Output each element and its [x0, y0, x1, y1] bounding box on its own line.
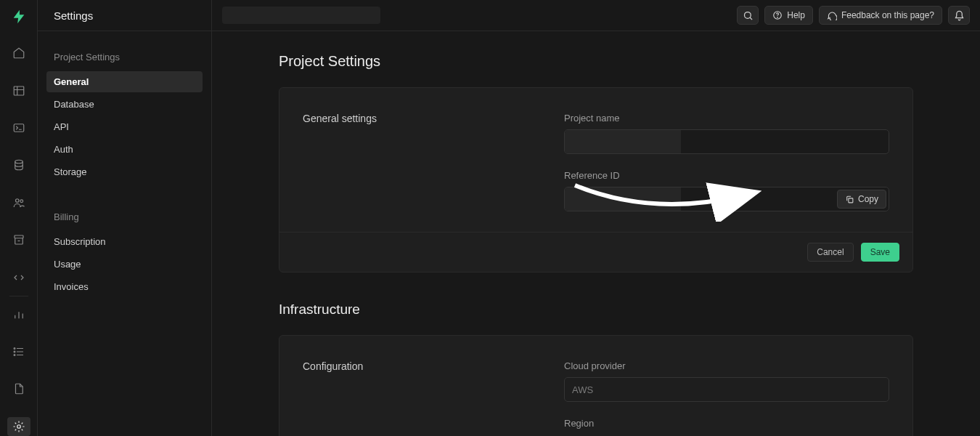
copy-label: Copy [858, 194, 878, 204]
svg-point-12 [777, 17, 778, 18]
sidebar-item-database[interactable]: Database [46, 94, 203, 115]
nav-archive-icon[interactable] [7, 230, 30, 249]
svg-rect-13 [849, 198, 853, 202]
svg-point-2 [15, 161, 23, 164]
reference-id-label: Reference ID [564, 170, 889, 181]
nav-doc-icon[interactable] [7, 379, 30, 398]
svg-point-9 [17, 425, 20, 429]
cancel-button[interactable]: Cancel [807, 243, 853, 262]
sidebar-title: Settings [38, 0, 211, 31]
nav-reports-icon[interactable] [7, 305, 30, 324]
page-title: Project Settings [279, 53, 913, 70]
app-logo[interactable] [9, 9, 28, 25]
sidebar-item-invoices[interactable]: Invoices [46, 276, 203, 297]
svg-point-3 [15, 199, 19, 203]
save-button[interactable]: Save [861, 243, 899, 262]
sidebar-item-auth[interactable]: Auth [46, 139, 203, 160]
nav-terminal-icon[interactable] [7, 118, 30, 137]
sidebar-section-project: Project Settings [46, 46, 203, 70]
svg-point-7 [14, 351, 15, 352]
svg-rect-1 [14, 124, 24, 132]
breadcrumb-skeleton [222, 7, 380, 24]
svg-point-4 [20, 200, 23, 203]
content-area: Project Settings General settings Projec… [212, 31, 980, 436]
cloud-provider-input [564, 377, 889, 402]
topbar: Help Feedback on this page? [212, 0, 980, 31]
cloud-provider-field: Cloud provider [564, 360, 889, 402]
reference-id-field: Reference ID Copy [564, 170, 889, 211]
nav-database-icon[interactable] [7, 156, 30, 174]
svg-point-6 [14, 348, 15, 350]
sidebar-item-usage[interactable]: Usage [46, 254, 203, 275]
sidebar-item-general[interactable]: General [46, 71, 203, 92]
region-field: Region [564, 418, 889, 429]
help-button[interactable]: Help [764, 6, 813, 25]
settings-sidebar: Settings Project Settings General Databa… [38, 0, 212, 436]
nav-list-icon[interactable] [7, 342, 30, 361]
nav-users-icon[interactable] [7, 193, 30, 212]
icon-rail [0, 0, 38, 436]
feedback-label: Feedback on this page? [841, 10, 934, 20]
nav-table-icon[interactable] [7, 81, 30, 100]
infrastructure-title: Infrastructure [279, 302, 913, 318]
svg-rect-0 [14, 86, 24, 95]
cloud-provider-label: Cloud provider [564, 360, 889, 371]
feedback-button[interactable]: Feedback on this page? [819, 6, 942, 25]
project-name-field: Project name [564, 113, 889, 154]
general-settings-card: General settings Project name Reference … [279, 87, 913, 272]
svg-point-8 [14, 355, 15, 356]
nav-home-icon[interactable] [7, 44, 30, 62]
copy-reference-id-button[interactable]: Copy [837, 190, 886, 209]
sidebar-item-storage[interactable]: Storage [46, 161, 203, 182]
main-area: Help Feedback on this page? Project Sett… [212, 0, 980, 436]
configuration-heading: Configuration [303, 360, 535, 429]
notifications-button[interactable] [948, 6, 970, 25]
sidebar-section-billing: Billing [46, 206, 203, 230]
sidebar-item-subscription[interactable]: Subscription [46, 231, 203, 252]
nav-settings-icon[interactable] [7, 417, 30, 436]
project-name-label: Project name [564, 113, 889, 124]
region-label: Region [564, 418, 889, 429]
project-name-input[interactable] [564, 129, 889, 154]
svg-rect-5 [15, 235, 23, 238]
help-label: Help [787, 10, 805, 20]
sidebar-item-api[interactable]: API [46, 116, 203, 137]
search-button[interactable] [737, 6, 759, 25]
infrastructure-card: Configuration Cloud provider Region [279, 335, 913, 436]
svg-point-10 [744, 12, 751, 18]
nav-code-icon[interactable] [7, 267, 30, 286]
general-heading: General settings [303, 113, 535, 211]
